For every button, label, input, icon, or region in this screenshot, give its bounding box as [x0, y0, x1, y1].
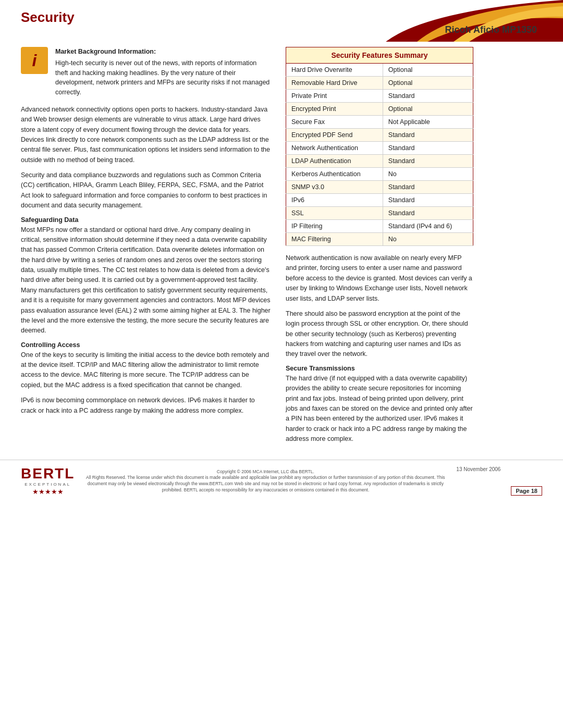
feature-status: Optional — [383, 77, 473, 90]
footer-legal: Copyright © 2006 MCA Internet, LLC dba B… — [85, 469, 446, 494]
feature-status: No — [383, 233, 473, 246]
right-column: Security Features Summary Hard Drive Ove… — [286, 47, 473, 449]
para-2: Security and data compliance buzzwords a… — [21, 170, 271, 211]
feature-name: SNMP v3.0 — [286, 181, 383, 194]
feature-name: Removable Hard Drive — [286, 77, 383, 90]
table-row: Private PrintStandard — [286, 90, 473, 103]
feature-status: Standard — [383, 194, 473, 207]
left-column: i Market Background Information: High-te… — [21, 47, 271, 449]
product-name: Ricoh Aficio MP1350 — [445, 24, 537, 35]
safeguarding-text: Most MFPs now offer a standard or option… — [21, 225, 271, 336]
feature-status: Optional — [383, 103, 473, 116]
feature-status: Standard — [383, 155, 473, 168]
table-row: Hard Drive OverwriteOptional — [286, 64, 473, 77]
feature-status: Standard — [383, 207, 473, 220]
table-row: Network AuthenticationStandard — [286, 142, 473, 155]
controlling-heading: Controlling Access — [21, 341, 271, 349]
feature-name: LDAP Authentication — [286, 155, 383, 168]
logo-exceptional: EXCEPTIONAL — [25, 482, 71, 487]
page-header: Security Ricoh Aficio MP1350 — [0, 0, 563, 42]
feature-status: Standard (IPv4 and 6) — [383, 220, 473, 233]
feature-name: Private Print — [286, 90, 383, 103]
features-table: Security Features Summary Hard Drive Ove… — [286, 47, 473, 246]
page-footer: BERTL EXCEPTIONAL ★★★★★ Copyright © 2006… — [0, 460, 563, 502]
feature-name: IP Filtering — [286, 220, 383, 233]
footer-date: 13 November 2006 — [456, 466, 500, 472]
feature-status: Not Applicable — [383, 116, 473, 129]
table-row: MAC FilteringNo — [286, 233, 473, 246]
info-box: i Market Background Information: High-te… — [21, 47, 271, 97]
feature-name: IPv6 — [286, 194, 383, 207]
feature-name: MAC Filtering — [286, 233, 383, 246]
table-row: Removable Hard DriveOptional — [286, 77, 473, 90]
table-row: SSLStandard — [286, 207, 473, 220]
main-content: i Market Background Information: High-te… — [0, 42, 563, 454]
info-icon-letter: i — [32, 51, 37, 70]
feature-name: Secure Fax — [286, 116, 383, 129]
feature-status: Standard — [383, 129, 473, 142]
table-row: Encrypted PrintOptional — [286, 103, 473, 116]
footer-logo: BERTL EXCEPTIONAL ★★★★★ — [21, 466, 75, 496]
info-body: High-tech security is never out of the n… — [55, 59, 270, 96]
footer-copyright: Copyright © 2006 MCA Internet, LLC dba B… — [85, 469, 446, 475]
feature-name: Encrypted Print — [286, 103, 383, 116]
safeguarding-section: Safeguarding Data Most MFPs now offer a … — [21, 216, 271, 336]
right-para-2: There should also be password encryption… — [286, 309, 473, 360]
feature-status: Standard — [383, 90, 473, 103]
feature-name: Encrypted PDF Send — [286, 129, 383, 142]
controlling-text: One of the keys to security is limiting … — [21, 350, 271, 391]
para-1: Advanced network connectivity options op… — [21, 105, 271, 165]
logo-bertl: BERTL — [21, 466, 75, 481]
table-title: Security Features Summary — [286, 47, 473, 64]
secure-transmissions-heading: Secure Transmissions — [286, 365, 473, 372]
feature-name: Network Authentication — [286, 142, 383, 155]
feature-name: SSL — [286, 207, 383, 220]
table-row: LDAP AuthenticationStandard — [286, 155, 473, 168]
ipv6-para: IPv6 is now becoming commonplace on netw… — [21, 396, 271, 416]
table-row: IPv6Standard — [286, 194, 473, 207]
footer-page: Page 18 — [511, 486, 542, 496]
feature-status: Optional — [383, 64, 473, 77]
page-title: Security — [21, 9, 75, 26]
info-heading: Market Background Information: — [55, 47, 271, 57]
safeguarding-heading: Safeguarding Data — [21, 216, 271, 224]
table-row: Secure FaxNot Applicable — [286, 116, 473, 129]
info-text: Market Background Information: High-tech… — [55, 47, 271, 97]
feature-status: Standard — [383, 181, 473, 194]
feature-name: Hard Drive Overwrite — [286, 64, 383, 77]
logo-stars: ★★★★★ — [32, 488, 64, 496]
right-para-1: Network authentication is now available … — [286, 253, 473, 304]
controlling-section: Controlling Access One of the keys to se… — [21, 341, 271, 391]
info-icon: i — [21, 47, 48, 74]
secure-transmissions-section: Secure Transmissions The hard drive (if … — [286, 365, 473, 445]
secure-transmissions-text: The hard drive (if not equipped with a d… — [286, 374, 473, 445]
table-row: Kerberos AuthenticationNo — [286, 168, 473, 181]
feature-status: No — [383, 168, 473, 181]
feature-status: Standard — [383, 142, 473, 155]
feature-name: Kerberos Authentication — [286, 168, 383, 181]
table-row: IP FilteringStandard (IPv4 and 6) — [286, 220, 473, 233]
table-row: SNMP v3.0Standard — [286, 181, 473, 194]
table-row: Encrypted PDF SendStandard — [286, 129, 473, 142]
footer-legal-text: All Rights Reserved. The license under w… — [85, 475, 446, 493]
